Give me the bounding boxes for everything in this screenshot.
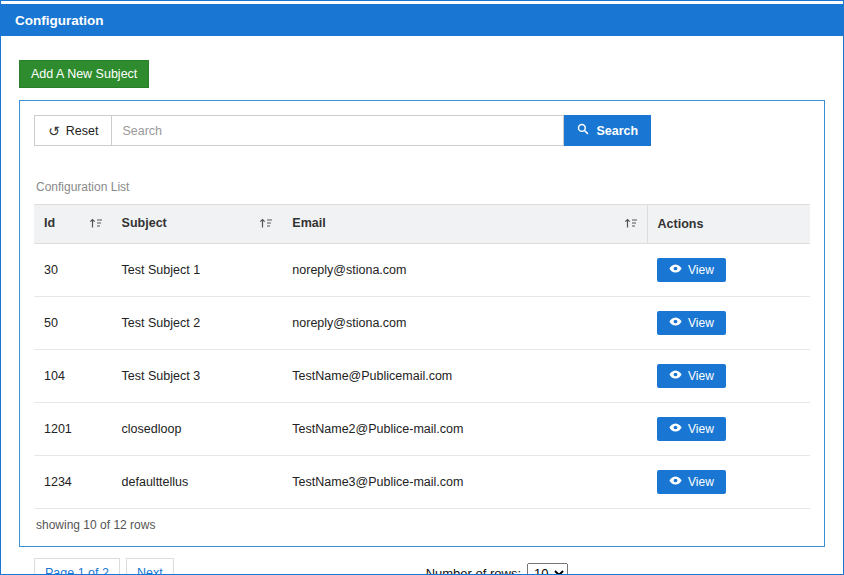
search-button[interactable]: Search [564, 115, 651, 146]
cell-subject: Test Subject 1 [112, 244, 283, 297]
reset-button-label: Reset [66, 124, 99, 138]
view-button-label: View [688, 369, 714, 383]
table-row: 104 Test Subject 3 TestName@Publicemail.… [34, 350, 810, 403]
eye-icon [669, 422, 682, 436]
eye-icon [669, 316, 682, 330]
cell-id: 104 [34, 350, 112, 403]
reset-icon: ↺ [48, 124, 60, 138]
view-button-label: View [688, 475, 714, 489]
next-page-button[interactable]: Next [126, 558, 174, 575]
page-title: Configuration [15, 13, 103, 28]
panel-footer: Page 1 of 2 Next Number of rows: 10 [34, 558, 810, 575]
sort-icon[interactable] [259, 217, 272, 232]
table-row: 1201 closedloop TestName2@Publice-mail.c… [34, 403, 810, 456]
configuration-table: Id Subject [34, 204, 810, 509]
add-new-subject-button[interactable]: Add A New Subject [19, 60, 149, 88]
table-row: 50 Test Subject 2 noreply@stiona.com Vie [34, 297, 810, 350]
cell-email: TestName3@Publice-mail.com [282, 456, 647, 509]
cell-subject: Test Subject 3 [112, 350, 283, 403]
table-row: 30 Test Subject 1 noreply@stiona.com Vie [34, 244, 810, 297]
view-button-label: View [688, 316, 714, 330]
table-header-row: Id Subject [34, 205, 810, 244]
view-button[interactable]: View [657, 417, 726, 441]
rows-per-page-label: Number of rows: [426, 566, 521, 575]
eye-icon [669, 263, 682, 277]
page: Configuration Add A New Subject ↺ Reset … [0, 0, 844, 575]
page-indicator-button[interactable]: Page 1 of 2 [34, 558, 120, 575]
cell-id: 1234 [34, 456, 112, 509]
column-header-id[interactable]: Id [34, 205, 112, 244]
cell-id: 50 [34, 297, 112, 350]
table-row: 1234 defaulttellus TestName3@Publice-mai… [34, 456, 810, 509]
cell-email: noreply@stiona.com [282, 297, 647, 350]
column-header-email[interactable]: Email [282, 205, 647, 244]
rows-per-page-group: Number of rows: 10 [426, 563, 568, 575]
view-button-label: View [688, 422, 714, 436]
view-button[interactable]: View [657, 311, 726, 335]
search-icon [577, 123, 589, 138]
reset-button[interactable]: ↺ Reset [34, 115, 112, 146]
cell-id: 1201 [34, 403, 112, 456]
row-count-summary: showing 10 of 12 rows [36, 518, 810, 532]
view-button[interactable]: View [657, 364, 726, 388]
cell-email: TestName@Publicemail.com [282, 350, 647, 403]
view-button-label: View [688, 263, 714, 277]
eye-icon [669, 369, 682, 383]
sort-icon[interactable] [89, 217, 102, 232]
search-input[interactable] [112, 115, 564, 146]
search-bar: ↺ Reset Search [34, 115, 810, 146]
rows-per-page-select[interactable]: 10 [527, 563, 568, 575]
eye-icon [669, 475, 682, 489]
cell-email: noreply@stiona.com [282, 244, 647, 297]
cell-subject: closedloop [112, 403, 283, 456]
cell-email: TestName2@Publice-mail.com [282, 403, 647, 456]
cell-id: 30 [34, 244, 112, 297]
list-caption: Configuration List [36, 180, 810, 194]
cell-subject: defaulttellus [112, 456, 283, 509]
column-header-subject[interactable]: Subject [112, 205, 283, 244]
column-header-actions: Actions [647, 205, 810, 244]
view-button[interactable]: View [657, 258, 726, 282]
configuration-panel: ↺ Reset Search Configuration List [19, 100, 825, 547]
view-button[interactable]: View [657, 470, 726, 494]
search-button-label: Search [596, 124, 638, 138]
sort-icon[interactable] [624, 217, 637, 232]
cell-subject: Test Subject 2 [112, 297, 283, 350]
app-header: Configuration [1, 4, 843, 36]
